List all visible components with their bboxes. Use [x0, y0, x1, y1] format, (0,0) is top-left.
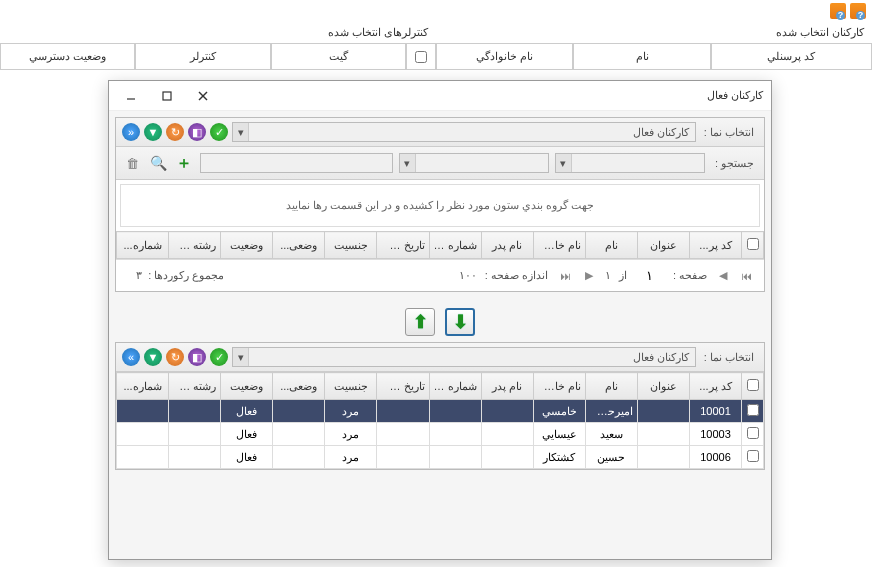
row-checkbox[interactable]: [747, 450, 759, 462]
col-access-status[interactable]: وضعیت دسترسي: [0, 44, 135, 70]
cell-field: [169, 423, 221, 446]
table-row[interactable]: 10003سعیدعیسایيمردفعال: [117, 423, 764, 446]
search-value-input[interactable]: [200, 153, 393, 173]
grid1-col-code[interactable]: کد پر...: [689, 232, 741, 259]
col-personnel-code[interactable]: کد پرسنلي: [711, 44, 872, 70]
view-select-2[interactable]: ▾ کارکنان فعال: [232, 347, 696, 367]
pager-nav: ⏮ ◀: [715, 269, 756, 282]
pager-page-input[interactable]: [635, 268, 665, 283]
pager-first-icon[interactable]: ⏮: [737, 270, 756, 282]
layers-icon[interactable]: ◧: [188, 123, 206, 141]
move-up-button[interactable]: ⬆: [405, 308, 435, 336]
table-row[interactable]: 10001امیرحسی...خامسيمردفعال: [117, 400, 764, 423]
pager-of-label: از: [619, 269, 627, 282]
right-section-title: کارکنان انتخاب شده: [436, 22, 872, 43]
cell-status: فعال: [221, 400, 273, 423]
grid2-col-dob[interactable]: تاریخ ت...: [377, 373, 429, 400]
minimize-button[interactable]: [117, 86, 145, 106]
cell-title: [637, 400, 689, 423]
apply-icon[interactable]: ✓: [210, 123, 228, 141]
collapse-up-icon[interactable]: «: [122, 123, 140, 141]
dialog-titlebar[interactable]: کارکنان فعال: [109, 81, 771, 111]
grid2-col-idno[interactable]: شماره شنا...: [429, 373, 481, 400]
cell-num: [117, 423, 169, 446]
filter-icon[interactable]: ▼: [144, 123, 162, 141]
pager-size-label: اندازه صفحه :: [485, 269, 548, 282]
layers-icon-2[interactable]: ◧: [188, 348, 206, 366]
grid1-col-num[interactable]: شماره...: [117, 232, 169, 259]
maximize-button[interactable]: [153, 86, 181, 106]
grid1-header-checkbox[interactable]: [742, 232, 764, 259]
cell-code: 10001: [689, 400, 741, 423]
cell-field: [169, 400, 221, 423]
left-checkbox[interactable]: [415, 51, 427, 63]
left-checkbox-header[interactable]: [406, 44, 436, 70]
left-section-title: کنترلرهای انتخاب شده: [0, 22, 436, 43]
chevron-down-icon: ▾: [400, 154, 416, 172]
row-checkbox[interactable]: [747, 427, 759, 439]
grid1-col-title[interactable]: عنوان: [637, 232, 689, 259]
grid1-col-dob[interactable]: تاریخ ت...: [377, 232, 429, 259]
grid1-col-gender[interactable]: جنسیت: [325, 232, 377, 259]
right-tabs: کد پرسنلي نام نام خانوادگي: [436, 43, 872, 70]
group-by-hint[interactable]: جهت گروه بندي ستون مورد نظر را کشیده و د…: [120, 184, 760, 227]
cell-gender: مرد: [325, 400, 377, 423]
grid2-col-num[interactable]: شماره...: [117, 373, 169, 400]
pager-last-icon[interactable]: ⏭: [556, 270, 575, 282]
grid2-col-field[interactable]: رشته ت...: [169, 373, 221, 400]
refresh-icon[interactable]: ↻: [166, 123, 184, 141]
move-down-button[interactable]: ⬇: [445, 308, 475, 336]
close-button[interactable]: [189, 86, 217, 106]
col-controller[interactable]: کنترلر: [135, 44, 270, 70]
pager-next-icon[interactable]: ▶: [581, 269, 597, 282]
doc-icon-2[interactable]: [830, 3, 846, 19]
grid1-col-s1[interactable]: وضعی...: [273, 232, 325, 259]
grid1-col-field[interactable]: رشته ت...: [169, 232, 221, 259]
grid2-col-code[interactable]: کد پر...: [689, 373, 741, 400]
col-family[interactable]: نام خانوادگي: [436, 44, 573, 70]
cell-field: [169, 446, 221, 469]
cell-name: سعید: [585, 423, 637, 446]
add-filter-icon[interactable]: ＋: [174, 153, 194, 173]
svg-rect-1: [163, 92, 171, 100]
pager-prev-icon[interactable]: ◀: [715, 269, 731, 282]
grid2-col-gender[interactable]: جنسیت: [325, 373, 377, 400]
filter-icon-2[interactable]: ▼: [144, 348, 162, 366]
table-row[interactable]: 10006حسینکشتکارمردفعال: [117, 446, 764, 469]
search-field-select[interactable]: ▾: [555, 153, 705, 173]
cell-gender: مرد: [325, 446, 377, 469]
grid2-col-title[interactable]: عنوان: [637, 373, 689, 400]
grid1-col-status[interactable]: وضعیت: [221, 232, 273, 259]
cell-status: فعال: [221, 423, 273, 446]
search-operator-select[interactable]: ▾: [399, 153, 549, 173]
grid1-col-family[interactable]: نام خان...: [533, 232, 585, 259]
dialog-title: کارکنان فعال: [707, 89, 763, 102]
grid1-col-name[interactable]: نام: [585, 232, 637, 259]
col-gate[interactable]: گیت: [271, 44, 406, 70]
cell-family: خامسي: [533, 400, 585, 423]
refresh-icon-2[interactable]: ↻: [166, 348, 184, 366]
view-select[interactable]: ▾ کارکنان فعال: [232, 122, 696, 142]
grid2-col-s1[interactable]: وضعی...: [273, 373, 325, 400]
search-icon[interactable]: 🔍: [148, 153, 168, 173]
grid1-col-idno[interactable]: شماره شنا...: [429, 232, 481, 259]
pager-page-label: صفحه :: [673, 269, 707, 282]
grid1-col-father[interactable]: نام پدر: [481, 232, 533, 259]
grid2-col-family[interactable]: نام خان...: [533, 373, 585, 400]
clear-filter-icon[interactable]: 🗑: [122, 153, 142, 173]
cell-family: کشتکار: [533, 446, 585, 469]
col-name[interactable]: نام: [573, 44, 710, 70]
doc-icon-1[interactable]: [850, 3, 866, 19]
chevron-down-icon: ▾: [233, 348, 249, 366]
grid2-col-status[interactable]: وضعیت: [221, 373, 273, 400]
expand-down-icon[interactable]: »: [122, 348, 140, 366]
grid2-header-checkbox[interactable]: [742, 373, 764, 400]
cell-name: حسین: [585, 446, 637, 469]
apply-icon-2[interactable]: ✓: [210, 348, 228, 366]
row-checkbox[interactable]: [747, 404, 759, 416]
grid2-col-father[interactable]: نام پدر: [481, 373, 533, 400]
cell-s1: [273, 400, 325, 423]
grid2-col-name[interactable]: نام: [585, 373, 637, 400]
chevron-down-icon: ▾: [556, 154, 572, 172]
cell-father: [481, 423, 533, 446]
